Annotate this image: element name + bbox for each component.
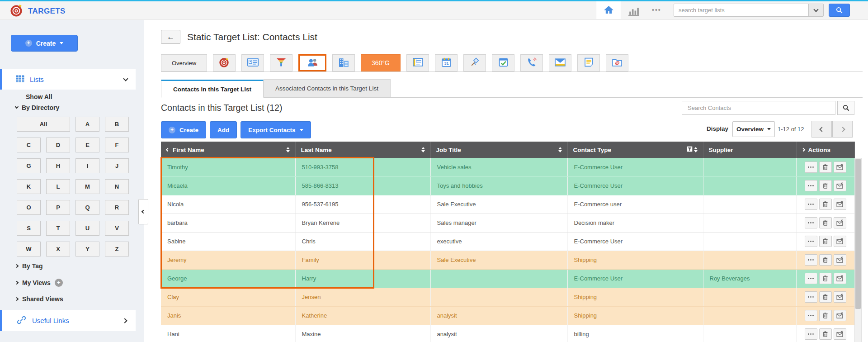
unsubscribe-email-button[interactable] [834,273,846,284]
alpha-button[interactable]: E [75,138,99,152]
tab-pin[interactable] [463,54,486,71]
alpha-button-all[interactable]: All [17,117,70,132]
alpha-button[interactable]: K [17,179,41,194]
tab-contact-card[interactable] [241,54,264,71]
alpha-button[interactable]: B [105,117,129,132]
sort-icon[interactable] [694,147,698,152]
tab-calendar[interactable]: 31 [435,54,458,71]
alpha-button[interactable]: F [105,138,129,152]
table-row[interactable]: Nicola 956-537-6195 Sale Executive E-Com… [161,195,854,214]
sidebar-item-useful-links[interactable]: Useful Links [0,310,136,331]
contacts-search-button[interactable] [837,101,854,115]
tab-overview[interactable]: Overview [161,54,207,71]
shared-views-toggle[interactable]: Shared Views [15,295,63,303]
more-actions-button[interactable] [805,291,817,303]
alpha-button[interactable]: A [75,117,99,132]
alpha-button[interactable]: U [75,221,99,236]
add-view-button[interactable]: + [55,279,63,287]
unsubscribe-email-button[interactable] [834,217,846,228]
add-contact-button[interactable]: Add [210,121,237,138]
table-row[interactable]: barbara Bryan Kerrene Sales manager Deci… [161,214,854,232]
alpha-button[interactable]: Y [75,242,99,256]
tab-details-form[interactable] [406,54,429,71]
alpha-button[interactable]: R [105,200,129,215]
col-contact-type[interactable]: Contact Type [567,142,703,158]
tab-funnel[interactable] [270,54,292,71]
delete-button[interactable] [819,328,832,340]
export-contacts-button[interactable]: Export Contacts [241,121,311,138]
table-row[interactable]: Timothy 510-993-3758 Vehicle sales E-Com… [161,158,854,176]
pagination-prev-button[interactable] [811,121,832,138]
global-search-input[interactable] [674,4,808,16]
alpha-button[interactable]: H [46,158,70,173]
by-directory-toggle[interactable]: By Directory [15,104,59,111]
alpha-button[interactable]: Z [105,242,129,256]
unsubscribe-email-button[interactable] [834,180,846,191]
pagination-next-button[interactable] [832,121,853,138]
sort-icon[interactable] [286,147,290,152]
unsubscribe-email-button[interactable] [834,199,846,210]
create-contact-button[interactable]: + Create [161,121,206,138]
table-scrollbar[interactable] [854,158,862,342]
table-row[interactable]: George Harry E-Commerce User Roy Beverag… [161,269,854,288]
alpha-button[interactable]: I [75,158,99,173]
more-actions-button[interactable] [805,310,817,321]
unsubscribe-email-button[interactable] [834,291,846,303]
subtab-associated-contacts[interactable]: Associated Contacts in this Target List [264,79,391,97]
tab-target[interactable] [213,54,236,71]
sort-icon[interactable] [421,147,425,152]
delete-button[interactable] [819,236,832,247]
more-menu-ellipsis-icon[interactable]: ••• [652,6,661,14]
table-row[interactable]: Micaela 585-866-8313 Toys and hobbies E-… [161,176,854,195]
bar-chart-icon[interactable] [627,5,640,18]
unsubscribe-email-button[interactable] [834,328,846,340]
sidebar-collapse-handle[interactable] [138,199,148,224]
alpha-button[interactable]: V [105,221,129,236]
table-row[interactable]: Hani Maxine analysit billing [161,325,854,342]
my-views-toggle[interactable]: My Views + [15,279,63,287]
sort-icon[interactable] [558,147,562,152]
sidebar-item-lists[interactable]: Lists [0,69,136,90]
unsubscribe-email-button[interactable] [834,254,846,266]
sidebar-create-button[interactable]: + Create [11,35,78,52]
tab-tasks[interactable] [492,54,514,71]
home-button[interactable] [596,1,621,19]
app-logo[interactable]: TARGETS [10,4,66,19]
alpha-button[interactable]: L [46,179,70,194]
more-actions-button[interactable] [805,328,817,340]
display-mode-dropdown[interactable]: Overview [732,121,775,137]
col-first-name[interactable]: First Name [161,142,295,158]
col-actions[interactable]: Actions [796,142,854,158]
table-row[interactable]: Jeremy Family Sale Executive Shipping [161,251,854,269]
table-row[interactable]: Clay Jensen Shipping [161,288,854,306]
delete-button[interactable] [819,217,832,228]
delete-button[interactable] [819,310,832,321]
unsubscribe-email-button[interactable] [834,162,846,173]
col-last-name[interactable]: Last Name [295,142,430,158]
alpha-button[interactable]: S [17,221,41,236]
alpha-button[interactable]: O [17,200,41,215]
more-actions-button[interactable] [805,199,817,210]
alpha-button[interactable]: G [17,158,41,173]
alpha-button[interactable]: M [75,179,99,194]
alpha-button[interactable]: D [46,138,70,152]
table-row[interactable]: Janis Katherine analysit Shipping [161,306,854,325]
alpha-button[interactable]: X [46,242,70,256]
delete-button[interactable] [819,254,832,266]
show-all-link[interactable]: Show All [26,93,52,100]
alpha-button[interactable]: P [46,200,70,215]
delete-button[interactable] [819,199,832,210]
alpha-button[interactable]: N [105,179,129,194]
unsubscribe-email-button[interactable] [834,236,846,247]
col-supplier[interactable]: Supplier [703,142,796,158]
delete-button[interactable] [819,162,832,173]
search-scope-dropdown[interactable] [808,4,823,16]
tab-attachments[interactable] [606,54,628,71]
col-job-title[interactable]: Job Title [430,142,567,158]
table-row[interactable]: Sabine Chris executive E-Commerce User [161,232,854,251]
alpha-button[interactable]: J [105,158,129,173]
delete-button[interactable] [819,273,832,284]
more-actions-button[interactable] [805,162,817,173]
back-button[interactable]: ← [161,30,180,44]
tab-email[interactable] [549,54,571,71]
